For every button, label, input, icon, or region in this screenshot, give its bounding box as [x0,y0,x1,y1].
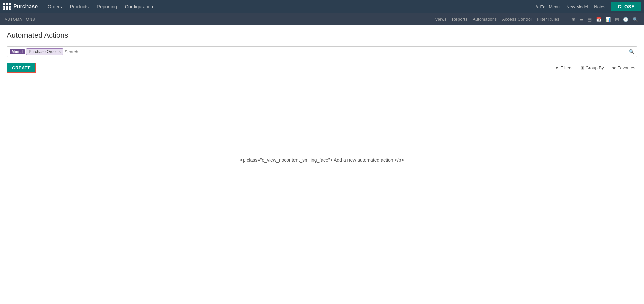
view-switcher: ⊞ ☰ ▤ 📅 📊 ⊞ 🕐 🔍 [570,16,639,23]
filters-button[interactable]: ▼ Filters [553,64,574,72]
model-label: Model [10,49,25,54]
automations-link[interactable]: Automations [473,17,497,22]
clock-icon[interactable]: 🕐 [622,16,630,23]
search-submit-icon[interactable]: 🔍 [629,49,634,54]
nav-products[interactable]: Products [67,2,92,11]
reports-link[interactable]: Reports [452,17,468,22]
breadcrumb: AUTOMATIONS [5,17,35,21]
calendar-view-icon[interactable]: 📅 [595,16,603,23]
content-area: <p class="o_view_nocontent_smiling_face"… [0,76,644,244]
create-button[interactable]: CREATE [7,63,36,73]
nav-configuration[interactable]: Configuration [122,2,156,11]
apps-menu-icon[interactable] [3,3,11,10]
app-name[interactable]: Purchase [13,4,38,10]
kanban-view-icon[interactable]: ⊞ [570,16,577,23]
purchase-order-filter-tag: Purchase Order × [26,48,63,55]
graph-view-icon[interactable]: 📊 [604,16,612,23]
list-view-icon[interactable]: ☰ [578,16,585,23]
access-control-link[interactable]: Access Control [502,17,532,22]
filter-tag-text: Purchase Order [29,49,57,54]
nav-reporting[interactable]: Reporting [93,2,120,11]
filter-rules-link[interactable]: Filter Rules [537,17,559,22]
search-view-icon[interactable]: 🔍 [631,16,640,23]
filter-icon: ▼ [555,65,559,70]
secondary-navigation-bar: AUTOMATIONS Views Reports Automations Ac… [0,13,644,25]
favorites-star-icon: ★ [612,65,616,70]
search-bar-row: Model Purchase Order × 🔍 [0,44,644,60]
top-navigation-bar: Purchase Orders Products Reporting Confi… [0,0,644,13]
edit-menu-button[interactable]: ✎ Edit Menu [535,4,560,9]
technical-links: Views Reports Automations Access Control… [435,16,639,23]
search-input[interactable] [65,49,627,54]
group-by-button[interactable]: ⊞ Group By [579,64,606,72]
pivot-view-icon[interactable]: ⊞ [614,16,621,23]
nav-orders[interactable]: Orders [44,2,65,11]
search-container: Model Purchase Order × 🔍 [7,46,637,57]
page-header: Automated Actions [0,25,644,44]
notes-button[interactable]: Notes [591,3,609,11]
favorites-label: Favorites [618,65,635,70]
views-link[interactable]: Views [435,17,447,22]
action-row: CREATE ▼ Filters ⊞ Group By ★ Favorites [0,60,644,76]
top-right-actions: ✎ Edit Menu + New Model Notes CLOSE [535,2,641,11]
filters-label: Filters [560,65,572,70]
new-model-button[interactable]: + New Model [562,4,588,9]
group-by-icon: ⊞ [581,65,584,70]
nav-menu: Orders Products Reporting Configuration [44,2,535,11]
group-by-label: Group By [586,65,604,70]
close-button[interactable]: CLOSE [611,2,641,11]
remove-filter-tag-button[interactable]: × [58,50,61,54]
search-filter-controls: ▼ Filters ⊞ Group By ★ Favorites [553,64,637,72]
gantt-view-icon[interactable]: ▤ [586,16,593,23]
empty-state-message: <p class="o_view_nocontent_smiling_face"… [240,157,404,163]
favorites-button[interactable]: ★ Favorites [610,64,637,72]
page-title: Automated Actions [7,31,68,40]
